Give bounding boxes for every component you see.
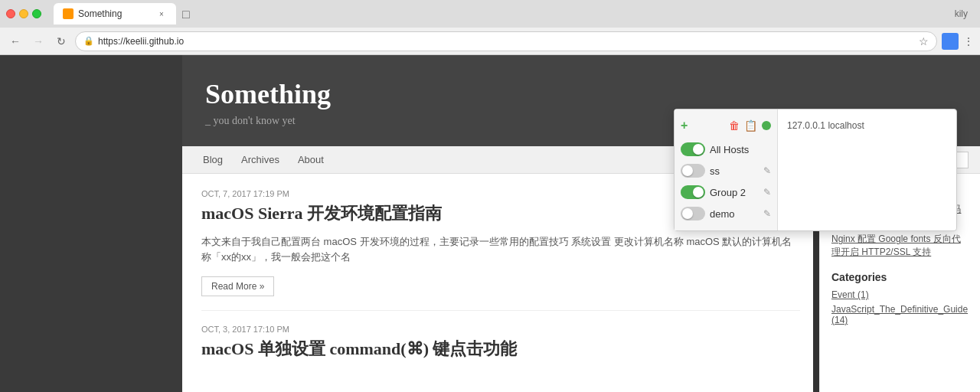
host-edit-group2[interactable]: ✎: [763, 187, 771, 198]
host-toggle-demo[interactable]: [681, 207, 705, 220]
extension-popup: + 🗑 📋 All Hosts ss: [674, 109, 957, 231]
user-name: kily: [955, 8, 974, 19]
new-tab-button[interactable]: □: [176, 5, 196, 24]
browser-sidebar: [0, 55, 182, 392]
host-label-all-hosts: All Hosts: [710, 144, 771, 155]
host-edit-demo[interactable]: ✎: [763, 208, 771, 219]
active-tab[interactable]: Something ×: [54, 3, 176, 24]
toggle-knob: [693, 187, 704, 198]
post-2-title: macOS 单独设置 command(⌘) 键点击功能: [201, 338, 800, 361]
popup-hosts-panel: + 🗑 📋 All Hosts ss: [675, 109, 778, 230]
blog-title: Something: [205, 78, 957, 110]
back-button[interactable]: ←: [6, 32, 24, 51]
popup-delete-button[interactable]: 🗑: [729, 119, 740, 132]
category-2[interactable]: JavaScript_The_Definitive_Guide (14): [831, 304, 969, 325]
tab-close-button[interactable]: ×: [156, 8, 167, 19]
bookmark-button[interactable]: ☆: [919, 35, 929, 47]
traffic-lights: [6, 9, 41, 18]
forward-button[interactable]: →: [29, 32, 47, 51]
host-label-ss: ss: [710, 165, 759, 177]
nav-blog[interactable]: Blog: [194, 148, 232, 172]
host-item-ss[interactable]: ss ✎: [675, 160, 777, 181]
host-item-all-hosts[interactable]: All Hosts: [675, 139, 777, 160]
popup-export-button[interactable]: 📋: [744, 119, 757, 132]
tab-favicon: [63, 8, 74, 19]
title-bar: Something × □ kily: [0, 0, 980, 28]
host-edit-ss[interactable]: ✎: [763, 165, 771, 176]
host-toggle-group2[interactable]: [681, 185, 705, 199]
browser-window: Something × □ kily ← → ↻ 🔒 https://keeli…: [0, 0, 980, 392]
popup-detail-panel: 127.0.0.1 localhost: [778, 109, 956, 230]
nav-archives[interactable]: Archives: [232, 148, 289, 172]
extension-button[interactable]: [942, 33, 959, 50]
toggle-knob: [693, 144, 704, 155]
url-text: https://keelii.github.io: [98, 36, 915, 47]
secure-icon: 🔒: [83, 36, 94, 46]
post-2: OCT, 3, 2017 17:10 PM macOS 单独设置 command…: [201, 325, 800, 361]
host-toggle-ss[interactable]: [681, 164, 705, 178]
more-options-button[interactable]: ⋮: [963, 35, 974, 47]
post-divider: [201, 310, 800, 311]
popup-toolbar: + 🗑 📋: [675, 116, 777, 136]
active-status-indicator: [762, 121, 771, 130]
host-label-group2: Group 2: [710, 187, 759, 198]
sidebar-link-item: Nginx 配置 Google fonts 反向代理开启 HTTP2/SSL 支…: [831, 233, 969, 259]
toolbar: ← → ↻ 🔒 https://keelii.github.io ☆ ⋮: [0, 28, 980, 55]
page-content: Something _ you don't know yet Blog Arch…: [0, 55, 980, 392]
tab-bar: Something × □: [54, 3, 949, 24]
host-toggle-all-hosts[interactable]: [681, 142, 705, 156]
reload-button[interactable]: ↻: [52, 32, 70, 51]
popup-add-button[interactable]: +: [681, 119, 724, 132]
category-1[interactable]: Event (1): [831, 289, 969, 300]
close-button[interactable]: [6, 9, 15, 18]
address-bar[interactable]: 🔒 https://keelii.github.io ☆: [75, 31, 937, 51]
toggle-knob: [682, 208, 693, 219]
tab-label: Something: [78, 8, 152, 19]
host-label-demo: demo: [710, 208, 759, 220]
categories-title: Categories: [831, 271, 969, 283]
maximize-button[interactable]: [32, 9, 41, 18]
popup-ip-text: 127.0.0.1 localhost: [787, 120, 947, 131]
toggle-knob: [682, 165, 693, 176]
post-1-excerpt: 本文来自于我自己配置两台 macOS 开发环境的过程，主要记录一些常用的配置技巧…: [201, 234, 800, 266]
read-more-button[interactable]: Read More »: [201, 276, 274, 296]
minimize-button[interactable]: [19, 9, 28, 18]
sidebar-link-3[interactable]: Nginx 配置 Google fonts 反向代理开启 HTTP2/SSL 支…: [831, 233, 969, 259]
host-item-demo[interactable]: demo ✎: [675, 203, 777, 224]
nav-about[interactable]: About: [289, 148, 333, 172]
host-item-group2[interactable]: Group 2 ✎: [675, 181, 777, 203]
post-2-date: OCT, 3, 2017 17:10 PM: [201, 325, 800, 334]
